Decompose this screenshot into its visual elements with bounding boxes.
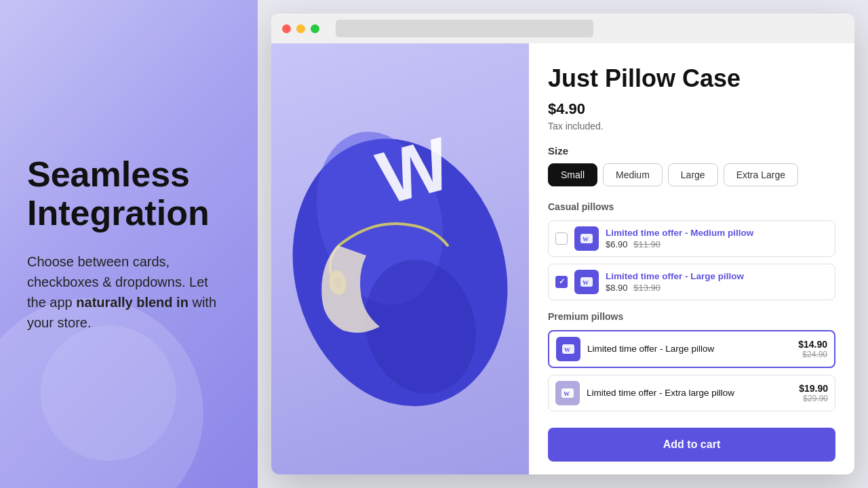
product-details: Just Pillow Case $4.90 Tax included. Siz… xyxy=(529,43,854,474)
browser-content: W Just Pillow Case $4.90 Tax included. S… xyxy=(271,43,854,474)
svg-text:W: W xyxy=(564,390,570,397)
premium-pillows-list: W Limited time offer - Large pillow $14.… xyxy=(548,330,835,411)
price-main-1: $14.90 xyxy=(798,339,827,350)
traffic-light-red[interactable] xyxy=(282,24,291,33)
svg-text:W: W xyxy=(564,346,570,353)
size-btn-small[interactable]: Small xyxy=(548,163,597,186)
upsell-name-medium: Limited time offer - Medium pillow xyxy=(606,228,828,238)
left-panel: Seamless Integration Choose between card… xyxy=(0,0,258,488)
thumb-premium-xl: W xyxy=(555,381,580,405)
upsell-name-premium-xl: Limited time offer - Extra large pillow xyxy=(587,388,792,398)
upsell-price-right-2: $19.90 $29.90 xyxy=(799,383,828,403)
upsell-name-premium-large: Limited time offer - Large pillow xyxy=(587,344,791,354)
browser-addressbar xyxy=(336,20,593,37)
upsell-info-premium-xl: Limited time offer - Extra large pillow xyxy=(587,388,792,398)
upsell-info-large: Limited time offer - Large pillow $8.90 … xyxy=(606,271,828,293)
checkbox-large[interactable] xyxy=(555,276,568,288)
size-label: Size xyxy=(548,145,835,157)
section-label-premium: Premium pillows xyxy=(548,311,835,322)
right-panel: W Just Pillow Case $4.90 Tax included. S… xyxy=(258,0,868,488)
left-subtext: Choose between cards, checkboxes & dropd… xyxy=(27,251,231,333)
checkbox-medium[interactable] xyxy=(555,232,568,245)
svg-text:W: W xyxy=(583,236,589,243)
list-item[interactable]: W Limited time offer - Medium pillow $6.… xyxy=(548,220,835,257)
add-to-cart-button[interactable]: Add to cart xyxy=(548,428,835,462)
product-image-area: W xyxy=(271,43,529,474)
traffic-light-yellow[interactable] xyxy=(296,24,305,33)
product-title: Just Pillow Case xyxy=(548,65,835,92)
size-btn-large[interactable]: Large xyxy=(668,163,718,186)
list-item[interactable]: W Limited time offer - Extra large pillo… xyxy=(548,375,835,411)
price-orig-1: $24.90 xyxy=(798,350,827,359)
browser-titlebar xyxy=(271,14,854,43)
thumb-large: W xyxy=(574,270,599,294)
product-price: $4.90 xyxy=(548,100,835,118)
list-item[interactable]: W Limited time offer - Large pillow $8.9… xyxy=(548,264,835,300)
price-main-2: $19.90 xyxy=(799,383,828,394)
tax-included-label: Tax included. xyxy=(548,121,835,131)
svg-text:W: W xyxy=(583,279,589,286)
thumb-premium-large: W xyxy=(556,337,580,361)
upsell-prices-large: $8.90 $13.90 xyxy=(606,283,828,293)
size-btn-extra-large[interactable]: Extra Large xyxy=(724,163,798,186)
upsell-price-right-1: $14.90 $24.90 xyxy=(798,339,827,359)
size-btn-medium[interactable]: Medium xyxy=(603,163,663,186)
section-label-casual: Casual pillows xyxy=(548,201,835,212)
casual-pillows-list: W Limited time offer - Medium pillow $6.… xyxy=(548,220,835,300)
product-image-svg: W xyxy=(285,43,515,474)
price-orig-2: $29.90 xyxy=(799,394,828,403)
upsell-info-medium: Limited time offer - Medium pillow $6.90… xyxy=(606,228,828,249)
browser-window: W Just Pillow Case $4.90 Tax included. S… xyxy=(271,14,854,474)
size-options: Small Medium Large Extra Large xyxy=(548,163,835,186)
left-heading: Seamless Integration xyxy=(27,155,231,232)
upsell-name-large: Limited time offer - Large pillow xyxy=(606,271,828,281)
list-item[interactable]: W Limited time offer - Large pillow $14.… xyxy=(548,330,835,368)
traffic-light-green[interactable] xyxy=(311,24,319,33)
thumb-medium: W xyxy=(574,226,599,251)
upsell-info-premium-large: Limited time offer - Large pillow xyxy=(587,344,791,354)
upsell-prices-medium: $6.90 $11.90 xyxy=(606,239,828,249)
